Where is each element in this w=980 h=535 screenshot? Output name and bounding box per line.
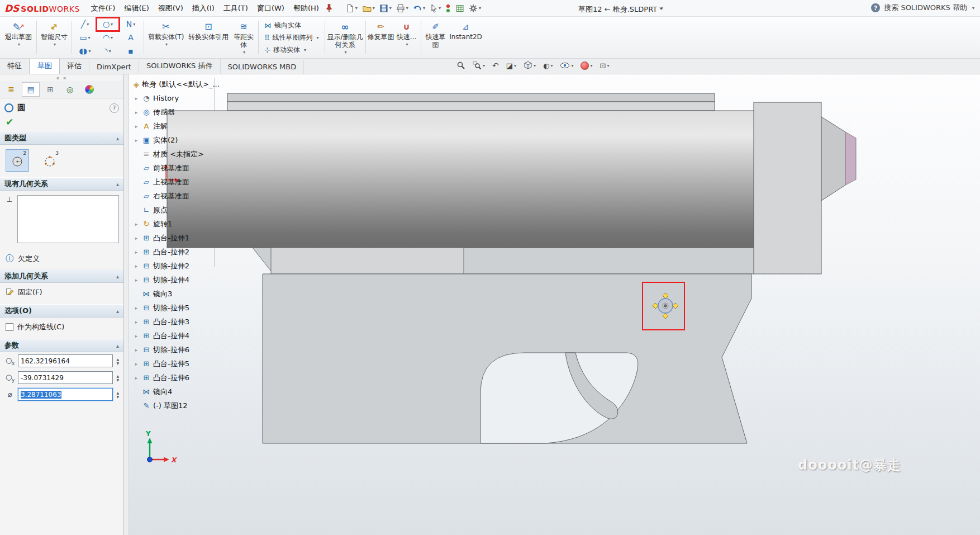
menu-编辑(E)[interactable]: 编辑(E) (120, 1, 153, 16)
menu-插入(I)[interactable]: 插入(I) (188, 1, 219, 16)
tree-item-切除-拉伸5[interactable]: ▸⊟切除-拉伸5 (132, 301, 220, 315)
tree-item-凸台-拉伸2[interactable]: ▸⊞凸台-拉伸2 (132, 245, 220, 259)
tree-item-注解[interactable]: ▸A注解 (132, 119, 220, 133)
tab-SOLIDWORKS 插件[interactable]: SOLIDWORKS 插件 (139, 58, 221, 74)
display-manager-tab[interactable] (80, 82, 98, 97)
save-icon[interactable]: ▾ (377, 3, 394, 14)
options-table-icon[interactable] (453, 3, 467, 14)
construction-checkbox[interactable] (6, 323, 13, 331)
collapse-icon[interactable]: ▴ (116, 181, 119, 187)
section-view-icon[interactable]: ◪▾ (505, 61, 517, 70)
display-style-icon[interactable]: ◐▾ (542, 61, 554, 70)
hide-show-items-icon[interactable]: ▾ (559, 61, 574, 70)
previous-view-icon[interactable]: ↶ (491, 60, 500, 70)
expand-arrow-icon[interactable]: ▸ (132, 263, 141, 269)
relations-listbox[interactable] (17, 195, 119, 243)
collapse-icon[interactable]: ▴ (116, 343, 119, 349)
chevron-down-icon[interactable]: ▾ (534, 63, 536, 68)
chevron-down-icon[interactable]: ▾ (111, 35, 113, 40)
chevron-down-icon[interactable]: ▾ (111, 22, 113, 27)
expand-arrow-icon[interactable]: ▸ (132, 235, 141, 241)
section-circle-type[interactable]: 圆类型 ▴ (0, 131, 123, 145)
chevron-down-icon[interactable]: ▾ (514, 63, 516, 68)
chevron-down-icon[interactable]: ▾ (88, 35, 91, 40)
print-icon[interactable]: ▾ (394, 3, 411, 14)
feature-tree-root[interactable]: ◈枪身 (默认<<默认>_... (132, 77, 220, 91)
feature-manager-tab[interactable]: ≣ (2, 82, 20, 97)
spline-tool[interactable]: N▾ (120, 18, 142, 31)
search-label[interactable]: 搜索 SOLIDWORKS 帮助 (884, 3, 967, 13)
chevron-down-icon[interactable]: ▾ (373, 6, 375, 11)
expand-arrow-icon[interactable]: ▸ (132, 138, 141, 143)
tree-item-凸台-拉伸6[interactable]: ▸⊞凸台-拉伸6 (132, 371, 220, 385)
chevron-down-icon[interactable]: ▾ (304, 48, 306, 53)
linear-pattern-button[interactable]: ⠿ 线性草图阵列 ▾ (263, 32, 321, 43)
chevron-down-icon[interactable]: ▾ (972, 6, 974, 11)
zoom-fit-icon[interactable] (455, 60, 467, 70)
slot-tool[interactable]: ◖◗▾ (74, 45, 96, 58)
tree-item-切除-拉伸2[interactable]: ▸⊟切除-拉伸2 (132, 259, 220, 273)
tree-item-旋转1[interactable]: ▸↻旋转1 (132, 217, 220, 231)
rapid-sketch-button[interactable]: ✐ 快速草图 (423, 18, 449, 57)
configuration-manager-tab[interactable]: ⊞ (41, 82, 59, 97)
tab-SOLIDWORKS MBD[interactable]: SOLIDWORKS MBD (221, 60, 305, 74)
open-icon[interactable]: ▾ (360, 3, 377, 14)
new-document-icon[interactable]: ▾ (344, 3, 360, 14)
chevron-down-icon[interactable]: ▾ (439, 6, 441, 11)
property-manager-tab[interactable]: ▤ (22, 82, 40, 97)
expand-arrow-icon[interactable]: ▸ (132, 319, 141, 325)
chevron-down-icon[interactable]: ▾ (88, 49, 91, 54)
chevron-down-icon[interactable]: ▾ (54, 41, 56, 49)
offset-entities-button[interactable]: ≋ 等距实体 ▾ (231, 18, 256, 57)
arc-tool[interactable]: ◠▾ (97, 31, 119, 44)
tab-评估[interactable]: 评估 (60, 58, 89, 74)
trim-entities-button[interactable]: ✂ 剪裁实体(T) ▾ (146, 18, 186, 57)
text-tool[interactable]: A (120, 31, 142, 44)
menu-窗口(W)[interactable]: 窗口(W) (253, 1, 289, 16)
collapse-icon[interactable]: ▴ (116, 135, 119, 141)
expand-arrow-icon[interactable]: ▸ (132, 249, 141, 255)
tree-item-切除-拉伸4[interactable]: ▸⊟切除-拉伸4 (132, 273, 220, 287)
section-existing-relations[interactable]: 现有几何关系 ▴ (0, 177, 123, 191)
chevron-down-icon[interactable]: ▾ (423, 6, 425, 11)
chevron-down-icon[interactable]: ▾ (243, 49, 245, 56)
chevron-down-icon[interactable]: ▾ (87, 22, 89, 27)
repair-sketch-button[interactable]: ✏ 修复草图 (368, 18, 394, 57)
move-entities-button[interactable]: ⊹ 移动实体 ▾ (263, 45, 321, 55)
expand-arrow-icon[interactable]: ▸ (132, 110, 141, 115)
section-add-relations[interactable]: 添加几何关系 ▴ (0, 269, 123, 283)
tree-item-凸台-拉伸3[interactable]: ▸⊞凸台-拉伸3 (132, 315, 220, 329)
tree-item-材质 <未指定>[interactable]: ≡材质 <未指定> (132, 147, 220, 161)
center-x-spinner[interactable]: ▲▼ (115, 357, 119, 365)
tree-item-上视基准面[interactable]: ▱上视基准面 (132, 175, 220, 189)
chevron-down-icon[interactable]: ▾ (18, 41, 20, 49)
menu-视图(V)[interactable]: 视图(V) (154, 1, 188, 16)
help-icon[interactable]: ? (110, 103, 119, 113)
perimeter-circle-button[interactable]: 3 (38, 149, 61, 172)
help-search[interactable]: ? 搜索 SOLIDWORKS 帮助 ▾ (871, 3, 974, 13)
chevron-down-icon[interactable]: ▾ (479, 6, 481, 11)
view-orientation-icon[interactable]: ▾ (522, 60, 537, 70)
settings-gear-icon[interactable]: ▾ (467, 3, 483, 14)
quick-snaps-button[interactable]: ∪ 快速... ▾ (394, 18, 419, 57)
section-parameters[interactable]: 参数 ▴ (0, 339, 123, 352)
center-circle-button[interactable]: 2 (6, 149, 29, 172)
section-options[interactable]: 选项(O) ▴ (0, 304, 123, 318)
chevron-down-icon[interactable]: ▾ (317, 35, 319, 40)
tree-item-凸台-拉伸5[interactable]: ▸⊞凸台-拉伸5 (132, 357, 220, 371)
chevron-down-icon[interactable]: ▾ (571, 63, 573, 68)
fix-relation-button[interactable]: 固定(F) (0, 283, 123, 304)
chevron-down-icon[interactable]: ▾ (483, 63, 485, 68)
point-tool[interactable]: ▪ (120, 45, 142, 58)
menu-帮助(H)[interactable]: 帮助(H) (289, 1, 324, 16)
tab-DimXpert[interactable]: DimXpert (89, 60, 139, 74)
expand-arrow-icon[interactable]: ▸ (132, 124, 141, 129)
chevron-down-icon[interactable]: ▾ (389, 6, 392, 11)
collapse-icon[interactable]: ▴ (116, 273, 119, 280)
chevron-down-icon[interactable]: ▾ (607, 63, 609, 68)
fillet-tool[interactable]: ◝▾ (97, 45, 119, 58)
chevron-down-icon[interactable]: ▾ (355, 6, 358, 11)
tree-item-实体(2)[interactable]: ▸▣实体(2) (132, 133, 220, 147)
tree-item-原点[interactable]: ∟原点 (132, 203, 220, 217)
expand-arrow-icon[interactable]: ▸ (132, 277, 141, 283)
